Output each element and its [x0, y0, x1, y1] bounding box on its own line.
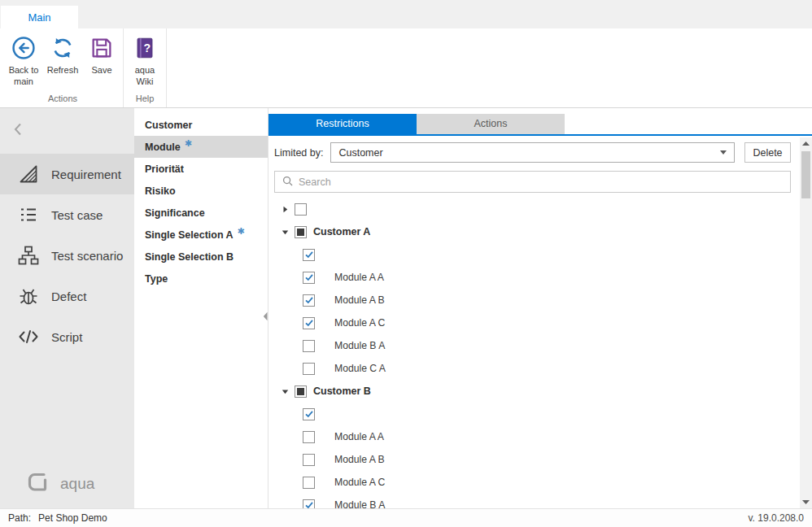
sidebar-item-defect[interactable]: Defect — [0, 276, 134, 316]
tree-row-blank[interactable] — [268, 198, 800, 220]
refresh-button[interactable]: Refresh — [43, 31, 82, 76]
test-scenario-icon — [18, 245, 39, 266]
panel-collapse-icon[interactable] — [263, 310, 268, 324]
tree-row-module-b-a[interactable]: Module B A — [268, 334, 800, 357]
checkbox[interactable] — [303, 340, 315, 352]
defect-icon — [18, 285, 39, 307]
field-item-customer[interactable]: Customer — [134, 114, 268, 136]
aqua-logo-text: aqua — [60, 475, 94, 493]
field-item-risiko[interactable]: Risiko — [134, 180, 268, 202]
sidebar: RequirementTest caseTest scenarioDefectS… — [0, 108, 134, 508]
field-item-significance[interactable]: Significance — [134, 202, 268, 224]
title-bar: Main — [0, 0, 812, 28]
tree-row-module-a-b[interactable]: Module A B — [268, 448, 800, 471]
checkbox[interactable] — [303, 454, 315, 466]
sidebar-nav: RequirementTest caseTest scenarioDefectS… — [0, 154, 134, 357]
aqua-logo: aqua — [27, 472, 94, 496]
checkbox[interactable] — [303, 363, 315, 375]
status-path-label: Path: — [8, 512, 31, 524]
save-button[interactable]: Save — [82, 31, 121, 76]
refresh-icon — [50, 34, 76, 62]
field-item-single-selection-b[interactable]: Single Selection B — [134, 246, 268, 268]
status-path-value: Pet Shop Demo — [38, 512, 107, 524]
collapse-arrow-icon[interactable] — [282, 388, 289, 395]
content-panel: Restrictions Actions Limited by: Custome… — [268, 108, 812, 508]
search-input[interactable] — [299, 176, 783, 188]
checkbox[interactable] — [303, 499, 315, 509]
checkbox[interactable] — [303, 408, 315, 420]
save-icon — [89, 34, 115, 62]
field-item-priorit-t[interactable]: Priorität — [134, 158, 268, 180]
delete-button[interactable]: Delete — [744, 142, 791, 163]
checkbox[interactable] — [295, 203, 307, 216]
tree-row-module-a-b[interactable]: Module A B — [268, 289, 800, 311]
checkbox[interactable] — [303, 272, 315, 284]
sidebar-item-script[interactable]: Script — [0, 316, 134, 357]
tree-row-customer-b[interactable]: Customer B — [268, 380, 800, 403]
sidebar-item-test-case[interactable]: Test case — [0, 194, 134, 235]
ribbon-group-help: ?aqua WikiHelp — [124, 28, 167, 107]
ribbon-tab-main[interactable]: Main — [1, 6, 78, 28]
collapse-arrow-icon[interactable] — [282, 229, 289, 236]
requirement-icon — [18, 163, 39, 185]
ribbon: Back to mainRefreshSaveActions?aqua Wiki… — [0, 28, 812, 108]
checkbox[interactable] — [303, 431, 315, 443]
ribbon-group-label: Help — [125, 92, 164, 107]
limited-by-row: Limited by: Customer Delete — [274, 142, 791, 163]
svg-text:?: ? — [144, 41, 151, 54]
checkbox[interactable] — [303, 294, 315, 307]
script-icon — [18, 326, 39, 347]
tree-row-blank[interactable] — [268, 243, 800, 266]
tree-row-module-a-c[interactable]: Module A C — [268, 471, 800, 494]
limited-by-combobox[interactable]: Customer — [330, 142, 735, 163]
back-icon — [11, 34, 37, 62]
aqua-logo-icon — [27, 472, 51, 496]
chevron-down-icon[interactable] — [720, 150, 727, 155]
tab-underline — [268, 134, 812, 136]
required-asterisk-icon: ✱ — [238, 226, 245, 237]
aqua-wiki-button[interactable]: ?aqua Wiki — [125, 31, 164, 88]
tree-row-module-a-c[interactable]: Module A C — [268, 311, 800, 334]
ribbon-group-actions: Back to mainRefreshSaveActions — [2, 28, 124, 107]
search-box[interactable] — [274, 171, 791, 193]
tree-row-blank[interactable] — [268, 403, 800, 425]
checkbox[interactable] — [303, 477, 315, 489]
tree-row-module-b-a[interactable]: Module B A — [268, 494, 800, 508]
ribbon-group-label: Actions — [4, 92, 121, 107]
sidebar-item-test-scenario[interactable]: Test scenario — [0, 235, 134, 276]
field-item-single-selection-a[interactable]: Single Selection A✱ — [134, 224, 268, 246]
checkbox[interactable] — [295, 385, 307, 398]
field-item-type[interactable]: Type — [134, 268, 268, 290]
wiki-icon: ? — [132, 34, 158, 62]
checkbox[interactable] — [303, 249, 315, 261]
tree-row-module-c-a[interactable]: Module C A — [268, 357, 800, 380]
tab-actions[interactable]: Actions — [417, 114, 565, 134]
sidebar-collapse-button[interactable] — [0, 108, 134, 154]
app-window: Main Back to mainRefreshSaveActions?aqua… — [0, 0, 812, 527]
scroll-up-icon[interactable] — [800, 137, 812, 150]
limited-by-label: Limited by: — [274, 147, 323, 159]
sidebar-item-requirement[interactable]: Requirement — [0, 154, 134, 194]
required-asterisk-icon: ✱ — [185, 138, 192, 149]
combobox-value: Customer — [338, 147, 382, 159]
expand-arrow-icon[interactable] — [282, 206, 289, 213]
search-icon — [282, 175, 293, 189]
version-label: v. 19.0.208.0 — [749, 512, 805, 524]
vertical-scrollbar[interactable] — [800, 137, 812, 508]
checkbox[interactable] — [295, 226, 307, 238]
checkbox[interactable] — [303, 317, 315, 329]
field-item-module[interactable]: Module✱ — [134, 136, 268, 158]
tree-row-module-a-a[interactable]: Module A A — [268, 266, 800, 289]
back-to-main-button[interactable]: Back to main — [4, 31, 43, 88]
tab-restrictions[interactable]: Restrictions — [268, 114, 417, 134]
scroll-down-icon[interactable] — [800, 496, 812, 508]
fields-panel: CustomerModule✱PrioritätRisikoSignifican… — [134, 108, 268, 508]
restriction-tree: Customer AModule A AModule A BModule A C… — [268, 198, 800, 508]
tree-row-customer-a[interactable]: Customer A — [268, 220, 800, 243]
tree-row-module-a-a[interactable]: Module A A — [268, 425, 800, 448]
status-bar: Path: Pet Shop Demo v. 19.0.208.0 — [0, 508, 812, 527]
scrollbar-thumb[interactable] — [801, 151, 810, 198]
chevron-left-icon — [14, 123, 21, 139]
test-case-icon — [18, 204, 39, 225]
